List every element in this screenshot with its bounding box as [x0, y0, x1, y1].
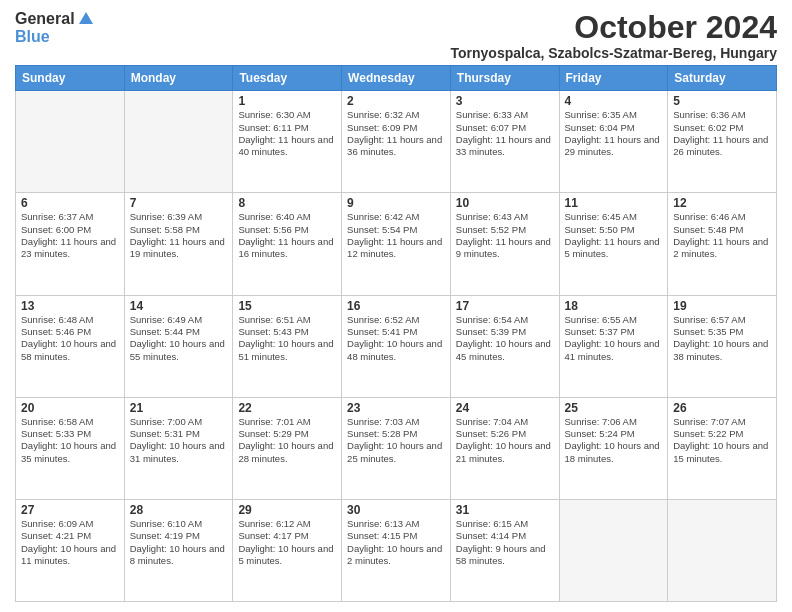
day-content: Sunrise: 6:54 AM Sunset: 5:39 PM Dayligh…	[456, 314, 554, 363]
calendar-cell: 10Sunrise: 6:43 AM Sunset: 5:52 PM Dayli…	[450, 193, 559, 295]
day-number: 20	[21, 401, 119, 415]
calendar-cell: 12Sunrise: 6:46 AM Sunset: 5:48 PM Dayli…	[668, 193, 777, 295]
weekday-header-row: SundayMondayTuesdayWednesdayThursdayFrid…	[16, 66, 777, 91]
calendar-cell: 18Sunrise: 6:55 AM Sunset: 5:37 PM Dayli…	[559, 295, 668, 397]
day-number: 11	[565, 196, 663, 210]
calendar-cell: 19Sunrise: 6:57 AM Sunset: 5:35 PM Dayli…	[668, 295, 777, 397]
day-number: 21	[130, 401, 228, 415]
day-content: Sunrise: 6:48 AM Sunset: 5:46 PM Dayligh…	[21, 314, 119, 363]
weekday-header-friday: Friday	[559, 66, 668, 91]
calendar-cell: 7Sunrise: 6:39 AM Sunset: 5:58 PM Daylig…	[124, 193, 233, 295]
day-number: 1	[238, 94, 336, 108]
day-number: 14	[130, 299, 228, 313]
calendar-cell: 6Sunrise: 6:37 AM Sunset: 6:00 PM Daylig…	[16, 193, 125, 295]
calendar-cell: 9Sunrise: 6:42 AM Sunset: 5:54 PM Daylig…	[342, 193, 451, 295]
day-content: Sunrise: 6:09 AM Sunset: 4:21 PM Dayligh…	[21, 518, 119, 567]
calendar-cell	[559, 499, 668, 601]
day-number: 9	[347, 196, 445, 210]
day-content: Sunrise: 7:07 AM Sunset: 5:22 PM Dayligh…	[673, 416, 771, 465]
day-number: 13	[21, 299, 119, 313]
day-content: Sunrise: 6:51 AM Sunset: 5:43 PM Dayligh…	[238, 314, 336, 363]
day-content: Sunrise: 6:36 AM Sunset: 6:02 PM Dayligh…	[673, 109, 771, 158]
calendar-cell: 16Sunrise: 6:52 AM Sunset: 5:41 PM Dayli…	[342, 295, 451, 397]
day-content: Sunrise: 6:43 AM Sunset: 5:52 PM Dayligh…	[456, 211, 554, 260]
day-number: 28	[130, 503, 228, 517]
week-row-3: 13Sunrise: 6:48 AM Sunset: 5:46 PM Dayli…	[16, 295, 777, 397]
day-number: 8	[238, 196, 336, 210]
calendar-cell: 24Sunrise: 7:04 AM Sunset: 5:26 PM Dayli…	[450, 397, 559, 499]
calendar-cell: 28Sunrise: 6:10 AM Sunset: 4:19 PM Dayli…	[124, 499, 233, 601]
calendar-cell: 25Sunrise: 7:06 AM Sunset: 5:24 PM Dayli…	[559, 397, 668, 499]
day-number: 2	[347, 94, 445, 108]
day-content: Sunrise: 6:37 AM Sunset: 6:00 PM Dayligh…	[21, 211, 119, 260]
day-number: 31	[456, 503, 554, 517]
weekday-header-tuesday: Tuesday	[233, 66, 342, 91]
svg-marker-0	[79, 12, 93, 24]
day-content: Sunrise: 6:58 AM Sunset: 5:33 PM Dayligh…	[21, 416, 119, 465]
day-content: Sunrise: 6:40 AM Sunset: 5:56 PM Dayligh…	[238, 211, 336, 260]
day-content: Sunrise: 6:39 AM Sunset: 5:58 PM Dayligh…	[130, 211, 228, 260]
month-title: October 2024	[451, 10, 778, 45]
day-number: 12	[673, 196, 771, 210]
day-content: Sunrise: 6:33 AM Sunset: 6:07 PM Dayligh…	[456, 109, 554, 158]
header: General Blue October 2024 Tornyospalca, …	[15, 10, 777, 61]
day-content: Sunrise: 7:06 AM Sunset: 5:24 PM Dayligh…	[565, 416, 663, 465]
calendar-cell: 14Sunrise: 6:49 AM Sunset: 5:44 PM Dayli…	[124, 295, 233, 397]
day-number: 26	[673, 401, 771, 415]
day-content: Sunrise: 7:03 AM Sunset: 5:28 PM Dayligh…	[347, 416, 445, 465]
weekday-header-saturday: Saturday	[668, 66, 777, 91]
day-content: Sunrise: 6:13 AM Sunset: 4:15 PM Dayligh…	[347, 518, 445, 567]
day-number: 15	[238, 299, 336, 313]
week-row-5: 27Sunrise: 6:09 AM Sunset: 4:21 PM Dayli…	[16, 499, 777, 601]
weekday-header-thursday: Thursday	[450, 66, 559, 91]
day-content: Sunrise: 6:35 AM Sunset: 6:04 PM Dayligh…	[565, 109, 663, 158]
calendar-cell: 17Sunrise: 6:54 AM Sunset: 5:39 PM Dayli…	[450, 295, 559, 397]
day-number: 5	[673, 94, 771, 108]
calendar-cell: 3Sunrise: 6:33 AM Sunset: 6:07 PM Daylig…	[450, 91, 559, 193]
day-number: 22	[238, 401, 336, 415]
title-section: October 2024 Tornyospalca, Szabolcs-Szat…	[451, 10, 778, 61]
calendar-cell: 26Sunrise: 7:07 AM Sunset: 5:22 PM Dayli…	[668, 397, 777, 499]
day-content: Sunrise: 6:10 AM Sunset: 4:19 PM Dayligh…	[130, 518, 228, 567]
calendar-cell: 31Sunrise: 6:15 AM Sunset: 4:14 PM Dayli…	[450, 499, 559, 601]
calendar-cell: 13Sunrise: 6:48 AM Sunset: 5:46 PM Dayli…	[16, 295, 125, 397]
day-content: Sunrise: 6:32 AM Sunset: 6:09 PM Dayligh…	[347, 109, 445, 158]
day-number: 17	[456, 299, 554, 313]
day-content: Sunrise: 6:55 AM Sunset: 5:37 PM Dayligh…	[565, 314, 663, 363]
calendar-cell: 2Sunrise: 6:32 AM Sunset: 6:09 PM Daylig…	[342, 91, 451, 193]
day-number: 16	[347, 299, 445, 313]
calendar-cell: 29Sunrise: 6:12 AM Sunset: 4:17 PM Dayli…	[233, 499, 342, 601]
calendar-cell	[16, 91, 125, 193]
week-row-2: 6Sunrise: 6:37 AM Sunset: 6:00 PM Daylig…	[16, 193, 777, 295]
day-content: Sunrise: 6:12 AM Sunset: 4:17 PM Dayligh…	[238, 518, 336, 567]
day-number: 29	[238, 503, 336, 517]
day-content: Sunrise: 6:30 AM Sunset: 6:11 PM Dayligh…	[238, 109, 336, 158]
day-number: 7	[130, 196, 228, 210]
week-row-1: 1Sunrise: 6:30 AM Sunset: 6:11 PM Daylig…	[16, 91, 777, 193]
day-content: Sunrise: 7:01 AM Sunset: 5:29 PM Dayligh…	[238, 416, 336, 465]
logo-blue-text: Blue	[15, 28, 50, 46]
calendar-cell: 27Sunrise: 6:09 AM Sunset: 4:21 PM Dayli…	[16, 499, 125, 601]
day-content: Sunrise: 6:45 AM Sunset: 5:50 PM Dayligh…	[565, 211, 663, 260]
logo: General Blue	[15, 10, 95, 46]
day-content: Sunrise: 7:00 AM Sunset: 5:31 PM Dayligh…	[130, 416, 228, 465]
day-number: 3	[456, 94, 554, 108]
day-number: 25	[565, 401, 663, 415]
day-number: 19	[673, 299, 771, 313]
day-content: Sunrise: 6:57 AM Sunset: 5:35 PM Dayligh…	[673, 314, 771, 363]
calendar-cell: 5Sunrise: 6:36 AM Sunset: 6:02 PM Daylig…	[668, 91, 777, 193]
day-content: Sunrise: 6:52 AM Sunset: 5:41 PM Dayligh…	[347, 314, 445, 363]
day-content: Sunrise: 6:49 AM Sunset: 5:44 PM Dayligh…	[130, 314, 228, 363]
calendar-cell: 8Sunrise: 6:40 AM Sunset: 5:56 PM Daylig…	[233, 193, 342, 295]
calendar-cell: 21Sunrise: 7:00 AM Sunset: 5:31 PM Dayli…	[124, 397, 233, 499]
calendar-cell: 23Sunrise: 7:03 AM Sunset: 5:28 PM Dayli…	[342, 397, 451, 499]
day-number: 10	[456, 196, 554, 210]
day-number: 24	[456, 401, 554, 415]
calendar-cell: 4Sunrise: 6:35 AM Sunset: 6:04 PM Daylig…	[559, 91, 668, 193]
logo-general-text: General	[15, 10, 75, 28]
day-number: 23	[347, 401, 445, 415]
weekday-header-sunday: Sunday	[16, 66, 125, 91]
day-number: 30	[347, 503, 445, 517]
day-content: Sunrise: 7:04 AM Sunset: 5:26 PM Dayligh…	[456, 416, 554, 465]
weekday-header-wednesday: Wednesday	[342, 66, 451, 91]
